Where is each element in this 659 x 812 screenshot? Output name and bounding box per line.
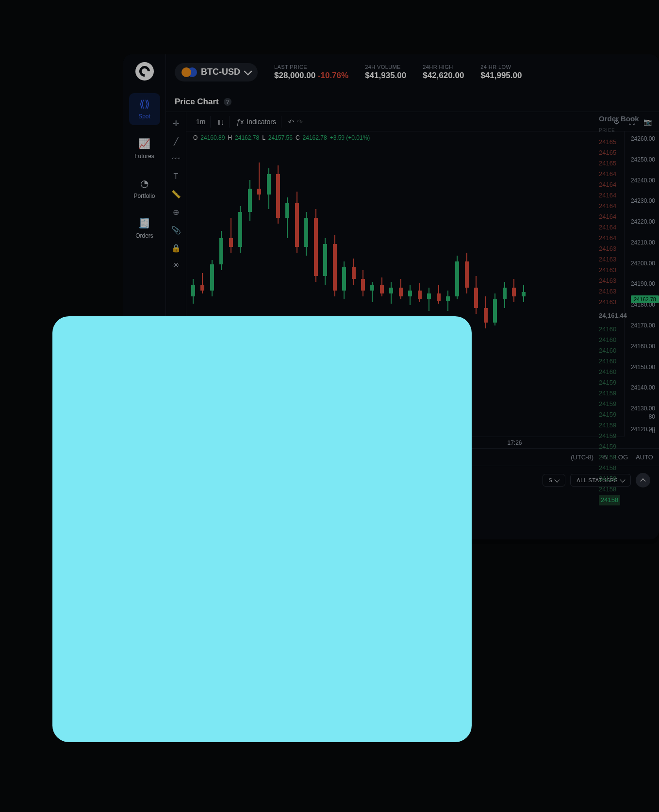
stat-label: LAST PRICE xyxy=(274,64,348,70)
undo-redo-group: ↶ ↷ xyxy=(283,116,308,128)
trendline-icon[interactable]: ╱ xyxy=(174,137,179,146)
price-change: -10.76% xyxy=(318,71,348,80)
orderbook-bid-row[interactable]: 24160 xyxy=(599,324,659,335)
chart-toolbar: 1m ⫿⫿ ƒxIndicators ↶ ↷ ⚙ ⛶ 📷 xyxy=(186,112,659,131)
floating-card[interactable] xyxy=(52,316,472,742)
orderbook-title: Order Book xyxy=(599,114,659,123)
orderbook-ask-row[interactable]: 24164 xyxy=(599,222,659,233)
nav-icon: ⟪⟫ xyxy=(129,98,160,110)
orderbook-ask-row[interactable]: 24164 xyxy=(599,190,659,201)
nav-label: Portfolio xyxy=(133,193,155,199)
stat-24h-volume: 24H VOLUME $41,935.00 xyxy=(365,64,406,81)
pair-icons xyxy=(181,67,196,78)
top-bar: BTC-USD LAST PRICE $28,000.00 -10.76% 24… xyxy=(166,54,659,90)
candles-icon: ⫿⫿ xyxy=(217,118,224,126)
nav-icon: 📈 xyxy=(129,138,160,149)
orderbook-bid-row[interactable]: 24158 xyxy=(599,463,659,473)
orderbook-ask-row[interactable]: 24164 xyxy=(599,233,659,244)
orderbook-bid-row[interactable]: 24159 xyxy=(599,420,659,431)
brand-logo[interactable] xyxy=(135,62,154,81)
orderbook-ask-row[interactable]: 24163 xyxy=(599,286,659,297)
nav-label: Spot xyxy=(138,113,150,120)
ruler-icon[interactable]: 📏 xyxy=(171,190,181,199)
stat-value: $28,000.00 -10.76% xyxy=(274,71,348,81)
orderbook-ask-row[interactable]: 24165 xyxy=(599,137,659,147)
orderbook-bid-row[interactable]: 24160 xyxy=(599,335,659,345)
lock-icon[interactable]: 🔒 xyxy=(171,244,181,253)
zoom-icon[interactable]: ⊕ xyxy=(173,208,179,217)
nav-item-portfolio[interactable]: ◔Portfolio xyxy=(129,173,160,205)
orderbook-ask-row[interactable]: 24164 xyxy=(599,179,659,190)
nav-icon: ◔ xyxy=(129,178,160,189)
orderbook-bid-row[interactable]: 24159 xyxy=(599,452,659,463)
orderbook-header: PRICE xyxy=(599,128,659,133)
orderbook-bid-row[interactable]: 24158 xyxy=(599,484,659,495)
orderbook-bid-row[interactable]: 24159 xyxy=(599,388,659,399)
pair-selector[interactable]: BTC-USD xyxy=(175,63,258,81)
undo-icon[interactable]: ↶ xyxy=(288,118,294,126)
panel-title: Price Chart xyxy=(175,97,219,107)
text-icon[interactable]: T xyxy=(174,172,179,181)
orderbook-bid-row[interactable]: 24159 xyxy=(599,431,659,441)
chart-type-button[interactable]: ⫿⫿ xyxy=(213,116,230,128)
timezone[interactable]: (UTC-8) xyxy=(571,454,593,461)
nav-label: Futures xyxy=(134,153,154,160)
help-icon[interactable]: ? xyxy=(224,98,231,106)
stat-last-price: LAST PRICE $28,000.00 -10.76% xyxy=(274,64,348,81)
chevron-down-icon xyxy=(244,67,252,75)
orderbook-current: 24158 xyxy=(599,495,620,505)
markets-filter[interactable]: S xyxy=(543,474,566,487)
orderbook-ask-row[interactable]: 24165 xyxy=(599,158,659,169)
pin-icon[interactable]: 📎 xyxy=(171,226,181,235)
indicators-button[interactable]: ƒxIndicators xyxy=(231,116,281,128)
orderbook-bid-row[interactable]: 24159 xyxy=(599,441,659,452)
orderbook-ask-row[interactable]: 24165 xyxy=(599,147,659,158)
orderbook-bid-row[interactable]: 24159 xyxy=(599,409,659,420)
orderbook-bid-row[interactable]: 24159 xyxy=(599,399,659,409)
brush-icon[interactable]: 〰 xyxy=(172,155,180,163)
nav-icon: 🧾 xyxy=(129,217,160,229)
stat-24h-high: 24HR HIGH $42,620.00 xyxy=(423,64,464,81)
orderbook-ask-row[interactable]: 24163 xyxy=(599,297,659,308)
order-book-panel: Order Book PRICE 24165241652416524164241… xyxy=(599,54,659,505)
orderbook-ask-row[interactable]: 24164 xyxy=(599,201,659,211)
orderbook-bid-row[interactable]: 24160 xyxy=(599,367,659,377)
nav-label: Orders xyxy=(135,232,153,239)
orderbook-ask-row[interactable]: 24163 xyxy=(599,244,659,254)
chart-panel-header: Price Chart ? xyxy=(166,90,659,112)
orderbook-bid-row[interactable]: 24160 xyxy=(599,345,659,356)
nav-item-spot[interactable]: ⟪⟫Spot xyxy=(129,93,160,125)
stat-24h-low: 24 HR LOW $41,995.00 xyxy=(480,64,522,81)
orderbook-bid-row[interactable]: 24160 xyxy=(599,356,659,367)
redo-icon[interactable]: ↷ xyxy=(297,118,303,126)
orderbook-ask-row[interactable]: 24163 xyxy=(599,265,659,276)
crosshair-icon[interactable]: ✛ xyxy=(173,119,179,128)
pair-name: BTC-USD xyxy=(201,67,240,77)
x-tick: 17:26 xyxy=(507,439,522,446)
nav-item-futures[interactable]: 📈Futures xyxy=(129,133,160,165)
interval-button[interactable]: 1m xyxy=(191,116,211,128)
eye-icon[interactable]: 👁 xyxy=(172,261,180,270)
fx-icon: ƒx xyxy=(236,118,244,126)
nav-item-orders[interactable]: 🧾Orders xyxy=(129,212,160,244)
orderbook-mid-price: 24,161.44 xyxy=(599,308,659,324)
chevron-down-icon xyxy=(555,477,560,482)
orderbook-ask-row[interactable]: 24164 xyxy=(599,169,659,179)
orderbook-ask-row[interactable]: 24164 xyxy=(599,211,659,222)
orderbook-bid-row[interactable]: 24159 xyxy=(599,377,659,388)
orderbook-bid-row[interactable]: 24158 xyxy=(599,473,659,484)
orderbook-ask-row[interactable]: 24163 xyxy=(599,276,659,286)
orderbook-ask-row[interactable]: 24163 xyxy=(599,254,659,265)
